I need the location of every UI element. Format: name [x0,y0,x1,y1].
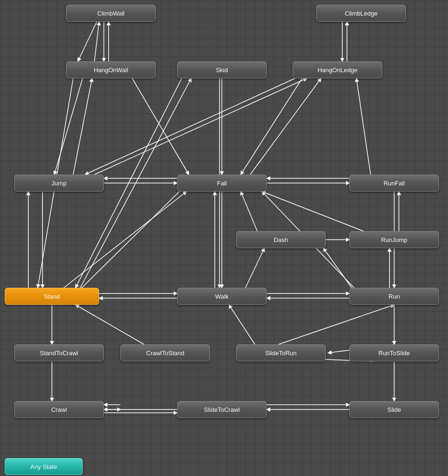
state-node-runtoslide[interactable]: RunToSlide [349,344,439,361]
state-node-runfall[interactable]: RunFall [349,175,439,192]
state-node-runjump[interactable]: RunJump [349,231,439,248]
svg-line-5 [54,78,83,175]
state-node-climbwall[interactable]: ClimbWall [66,5,156,22]
state-node-label: Stand [44,293,60,300]
state-node-standtocrawl[interactable]: StandToCrawl [14,344,104,361]
state-node-label: CrawlToStand [146,350,185,357]
svg-line-32 [241,78,302,175]
state-node-dash[interactable]: Dash [236,231,326,248]
state-node-fall[interactable]: Fall [177,175,267,192]
state-node-label: Dash [274,236,288,243]
svg-line-56 [78,22,97,61]
svg-line-45 [94,78,307,175]
state-node-label: Jump [51,180,67,187]
state-node-label: ClimbLedge [345,10,377,17]
state-node-label: Slide [388,406,401,413]
state-node-label: RunJump [381,236,407,243]
svg-line-47 [356,78,371,175]
state-node-label: Fall [217,180,227,187]
state-node-label: Any State [30,463,57,470]
svg-line-46 [250,78,321,175]
state-node-label: Crawl [51,406,67,413]
state-node-crawltostand[interactable]: CrawlToStand [120,344,210,361]
state-node-slidetocrawl[interactable]: SlideToCrawl [177,401,267,418]
svg-line-39 [323,248,352,288]
state-node-label: StandToCrawl [40,350,78,357]
svg-line-44 [73,78,92,175]
state-node-climbledge[interactable]: ClimbLedge [316,5,406,22]
state-node-slide[interactable]: Slide [349,401,439,418]
state-node-label: ClimbWall [97,10,125,17]
state-node-jump[interactable]: Jump [14,175,104,192]
svg-line-24 [279,305,394,344]
svg-line-54 [241,192,257,231]
svg-line-26 [73,192,179,296]
svg-line-50 [229,305,255,344]
state-node-label: RunToSlide [379,350,410,357]
state-node-stand[interactable]: Stand [5,288,99,305]
state-node-label: RunFall [384,180,405,187]
state-node-label: HangOnWall [93,67,128,74]
state-node-crawl[interactable]: Crawl [14,401,104,418]
svg-line-31 [132,78,189,175]
state-node-label: Skid [216,67,228,74]
state-node-label: Run [389,293,400,300]
state-node-label: SlideToRun [265,350,297,357]
state-node-walk[interactable]: Walk [177,288,267,305]
state-node-hangonwall[interactable]: HangOnWall [66,61,156,78]
svg-line-34 [64,192,186,288]
state-node-run[interactable]: Run [349,288,439,305]
svg-line-57 [94,22,99,61]
state-node-label: HangOnLedge [318,67,358,74]
svg-line-49 [76,305,144,344]
state-node-skid[interactable]: Skid [177,61,267,78]
svg-line-53 [245,248,264,288]
state-node-anystate[interactable]: Any State [5,458,83,475]
svg-line-33 [85,78,295,175]
svg-line-55 [262,192,363,231]
state-node-label: SlideToCrawl [204,406,240,413]
state-node-hangonledge[interactable]: HangOnLedge [293,61,382,78]
state-node-label: Walk [215,293,228,300]
state-node-slidetorun[interactable]: SlideToRun [236,344,326,361]
